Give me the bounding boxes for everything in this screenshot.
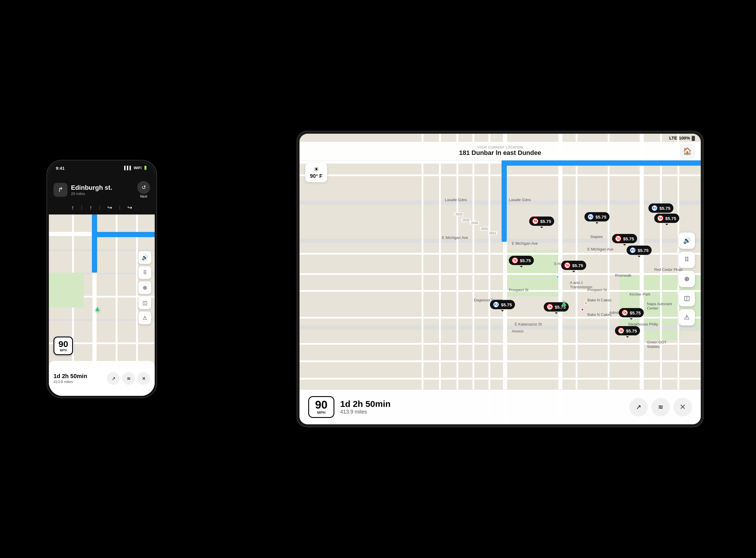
phone-waypoints-icon: ≋ — [127, 376, 130, 381]
label-amoco: Amoco — [512, 329, 523, 333]
close-btn-tablet[interactable]: ✕ — [674, 398, 692, 416]
waypoints-btn-tablet[interactable]: ≋ — [651, 398, 670, 416]
ta-logo-2: TA — [657, 215, 663, 222]
label-napa: Napa AutocareCenter — [647, 302, 672, 310]
mini-arrow-2: ↑ — [89, 204, 92, 211]
divider-3: | — [119, 205, 120, 210]
ta-logo-4: TA — [512, 257, 518, 263]
sound-btn[interactable]: 🔊 — [679, 232, 695, 249]
phone-status-icons: ▌▌▌ WiFi 🔋 — [124, 166, 148, 170]
temperature-display: ☀ 90° F — [305, 163, 327, 182]
phone-grid-icon: ⠿ — [143, 270, 147, 276]
phone-grid-btn[interactable]: ⠿ — [139, 266, 151, 279]
battery-icon-phone: 🔋 — [143, 166, 148, 170]
pin-price-11: $5.75 — [630, 310, 641, 315]
gas-pin-ta7[interactable]: TA $5.75 — [619, 308, 644, 318]
label-michigan2: E Michigan Ave — [512, 241, 538, 246]
grid-btn[interactable]: ⠿ — [679, 252, 695, 268]
phone-alert-btn[interactable]: ⚠ — [139, 311, 151, 324]
phone-route-v — [92, 214, 97, 273]
label-michigan3: E Michigan Ave — [587, 247, 613, 251]
location-address: 181 Dunbar ln east Dundee — [459, 149, 541, 157]
phone-sound-icon: 🔊 — [142, 254, 148, 261]
gas-pin-ta2[interactable]: TA $5.75 — [654, 213, 679, 223]
pin-price-7: $5.75 — [520, 258, 531, 263]
phone-map-controls: 🔊 ⠿ ⊕ ◫ ⚠ — [139, 251, 151, 324]
battery-icon: ▓ — [692, 135, 695, 141]
nav-destination: Edinburgh st. 20 miles — [71, 184, 134, 196]
road-v-4 — [472, 134, 474, 424]
label-staples: Staples — [590, 234, 603, 239]
speed-number-tablet: 90 — [314, 399, 329, 410]
phone-close-btn[interactable]: ✕ — [137, 372, 150, 385]
layers-icon: ◫ — [684, 295, 690, 302]
place-bake1 — [584, 302, 587, 305]
temp-icon: ☀ — [310, 166, 322, 173]
phone-mini-directions: ↑ | ↑ | ↪ | ↪ — [49, 203, 155, 214]
tablet-screen: LTE 100% ▓ YOUR CURRENT LOCATION 181 Dun… — [299, 134, 701, 424]
phone-route-h — [92, 232, 155, 237]
route-btn-tablet[interactable]: ↗ — [629, 398, 648, 416]
phone-sound-btn[interactable]: 🔊 — [139, 251, 151, 264]
gas-pin-ta4[interactable]: TA $5.75 — [509, 256, 534, 265]
label-prospect1: Prospect St — [509, 288, 528, 292]
label-michigan1: E Michigan Ave — [442, 235, 468, 240]
gas-pin-pj2[interactable]: PJ $5.75 — [649, 203, 674, 213]
place-bake2 — [581, 308, 584, 311]
phone-bottom-nav: 1d 2h 50min 413.9 miles ↗ ≋ ✕ — [49, 361, 155, 396]
phone-route-btn[interactable]: ↗ — [107, 372, 120, 385]
pin-price-6: $5.75 — [638, 248, 649, 253]
road-v-culpepper — [640, 134, 644, 424]
gas-pin-pj4[interactable]: PJ $5.75 — [490, 300, 515, 309]
mini-arrow-1: ↑ — [71, 204, 74, 211]
gas-pin-ta8[interactable]: TA $5.75 — [615, 326, 640, 335]
phone-speed-num: 90 — [58, 340, 68, 349]
phone-nav-arrow: ▲ — [94, 305, 101, 313]
road-v-6 — [576, 134, 578, 424]
speed-unit-tablet: MPH — [314, 410, 329, 415]
label-lasalle2: Lasalle Gdns — [509, 198, 531, 202]
label-greendot: Green DOTStables — [647, 340, 666, 349]
phone-nav-bar: ↱ Edinburgh st. 20 miles ↺ Next — [49, 177, 155, 203]
gas-pin-ta1[interactable]: TA $5.75 — [529, 217, 554, 226]
phone-green-1 — [49, 273, 84, 307]
location-info: YOUR CURRENT LOCATION 181 Dunbar ln east… — [459, 146, 541, 157]
phone-action-btns: ↗ ≋ ✕ — [107, 372, 150, 385]
ta-logo-6: TA — [547, 304, 553, 310]
pj-logo-2: PJ — [651, 205, 658, 211]
nav-arrow-green: ▲ — [560, 298, 568, 308]
next-button[interactable]: ↺ Next — [137, 181, 150, 199]
phone-screen: 9:41 ▌▌▌ WiFi 🔋 ↱ Edinburgh st. 20 miles… — [49, 162, 155, 396]
phone-device: 9:41 ▌▌▌ WiFi 🔋 ↱ Edinburgh st. 20 miles… — [47, 160, 157, 398]
destination-distance: 20 miles — [71, 192, 134, 196]
alert-btn[interactable]: ⚠ — [679, 309, 695, 326]
gas-pin-pj3[interactable]: PJ $5.75 — [627, 246, 652, 255]
scene: LTE 100% ▓ YOUR CURRENT LOCATION 181 Dun… — [29, 18, 727, 540]
label-kalamazoo: E Kalamazoo St — [515, 322, 542, 326]
phone-waypoints-btn[interactable]: ≋ — [122, 372, 135, 385]
phone-location-btn[interactable]: ⊕ — [139, 281, 151, 294]
tablet-device: LTE 100% ▓ YOUR CURRENT LOCATION 181 Dun… — [297, 131, 704, 427]
pj-logo-4: PJ — [493, 301, 499, 308]
sound-icon: 🔊 — [683, 237, 691, 245]
close-icon-tablet: ✕ — [680, 403, 686, 411]
road-v-s-howard — [558, 134, 562, 424]
alert-icon: ⚠ — [684, 313, 690, 321]
blue-route-h1 — [502, 160, 701, 166]
label-riverwalk: Riverwalk — [615, 273, 631, 278]
location-btn[interactable]: ⊕ — [679, 271, 695, 287]
road-v-3 — [457, 134, 458, 424]
gas-pin-ta5[interactable]: TA $5.75 — [561, 261, 586, 270]
pin-price-4: $5.75 — [659, 206, 670, 211]
phone-location-icon: ⊕ — [143, 284, 147, 291]
phone-trip-dist: 413.9 miles — [53, 380, 103, 384]
tablet-action-btns: ↗ ≋ ✕ — [629, 398, 692, 416]
home-icon-btn[interactable]: 🏠 — [680, 144, 695, 159]
label-bake1: Bake N Cakes — [587, 298, 611, 302]
road-v-8 — [660, 134, 662, 424]
pin-price-8: $5.75 — [572, 263, 583, 268]
gas-pin-pj1[interactable]: PJ $5.75 — [584, 212, 609, 222]
layers-btn[interactable]: ◫ — [679, 290, 695, 306]
gas-pin-ta3[interactable]: TA $5.75 — [612, 234, 637, 243]
phone-layers-btn[interactable]: ◫ — [139, 297, 151, 309]
